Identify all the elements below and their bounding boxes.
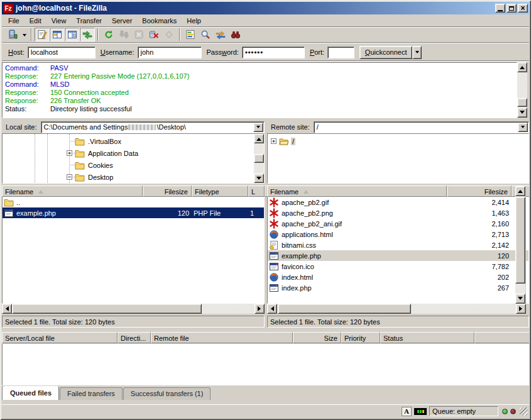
column-header-remote-file[interactable]: Remote file xyxy=(151,332,293,343)
site-manager-button[interactable] xyxy=(5,28,20,41)
local-site-dropdown-button[interactable] xyxy=(253,123,263,132)
tree-item-application-data[interactable]: +Application Data xyxy=(67,147,140,159)
file-row-[interactable]: .. xyxy=(3,197,264,207)
file-row-index-html[interactable]: index.html202 xyxy=(268,272,528,282)
file-row-example-php[interactable]: example.php120 xyxy=(268,250,528,261)
menu-help[interactable]: Help xyxy=(182,15,206,26)
message-log[interactable]: Command:PASVResponse:227 Entering Passiv… xyxy=(2,62,517,118)
tab-successful-transfers-1[interactable]: Successful transfers (1) xyxy=(123,387,211,400)
scroll-up-button[interactable] xyxy=(254,134,264,143)
quickconnect-dropdown-button[interactable] xyxy=(412,46,422,59)
tree-item-virtualbox[interactable]: .VirtualBox xyxy=(67,135,123,147)
scroll-down-button[interactable] xyxy=(517,108,527,118)
password-input[interactable]: •••••• xyxy=(242,47,305,58)
scrollbar-thumb[interactable] xyxy=(254,154,264,163)
scroll-left-button[interactable] xyxy=(267,304,277,314)
scrollbar-thumb[interactable] xyxy=(12,304,202,314)
column-header-server-local-file[interactable]: Server/Local file xyxy=(2,332,118,343)
local-tree-scrollbar[interactable] xyxy=(254,134,264,183)
scroll-right-button[interactable] xyxy=(516,304,526,314)
maximize-button[interactable] xyxy=(506,4,517,13)
tab-queued-files[interactable]: Queued files xyxy=(3,386,59,400)
scroll-left-button[interactable] xyxy=(2,304,12,314)
column-header-filetype[interactable]: Filetype xyxy=(192,185,248,197)
tab-failed-transfers[interactable]: Failed transfers xyxy=(60,387,123,400)
local-site-combobox[interactable]: C:\Documents and Settings\Desktop\ xyxy=(41,121,265,133)
local-file-list[interactable]: ..example.php120PHP File1 xyxy=(2,197,265,304)
menu-bookmarks[interactable]: Bookmarks xyxy=(137,15,182,26)
collapse-icon[interactable]: − xyxy=(67,174,72,180)
tree-item-cookies[interactable]: Cookies xyxy=(67,159,114,171)
file-row-apache-pb2-png[interactable]: apache_pb2.png1,463 xyxy=(268,207,528,218)
column-header-filesize[interactable]: Filesize xyxy=(143,185,192,197)
column-header-priority[interactable]: Priority xyxy=(341,332,380,343)
menu-file[interactable]: File xyxy=(3,15,25,26)
remote-file-list[interactable]: apache_pb2.gif2,414apache_pb2.png1,463ap… xyxy=(267,197,529,304)
tree-item-root[interactable]: +/ xyxy=(271,135,295,147)
transfer-queue-list[interactable] xyxy=(2,344,529,385)
expand-icon[interactable]: + xyxy=(67,150,72,156)
expand-icon[interactable]: + xyxy=(271,138,276,144)
tree-item-desktop[interactable]: −Desktop xyxy=(67,171,114,183)
find-files-button[interactable] xyxy=(228,28,243,41)
scrollbar-thumb[interactable] xyxy=(278,304,411,314)
column-header-filesize[interactable]: Filesize xyxy=(447,185,512,197)
title-bar[interactable]: Fz john@localhost - FileZilla × xyxy=(2,2,529,14)
remote-directory-tree[interactable]: +/ xyxy=(267,133,529,184)
file-row-apache-pb2-gif[interactable]: apache_pb2.gif2,414 xyxy=(268,197,528,207)
filter-button[interactable] xyxy=(183,28,198,41)
scrollbar-thumb[interactable] xyxy=(517,98,527,107)
quickconnect-button[interactable]: Quickconnect xyxy=(359,46,412,59)
scroll-down-button[interactable] xyxy=(254,174,264,183)
toggle-transfer-queue-button[interactable] xyxy=(80,28,95,41)
scrollbar-thumb[interactable] xyxy=(515,197,525,284)
scroll-up-button[interactable] xyxy=(517,62,527,72)
column-header-size[interactable]: Size xyxy=(293,332,341,343)
column-header-label: Filename xyxy=(5,188,33,196)
synchronized-browsing-button[interactable] xyxy=(213,28,228,41)
log-scrollbar[interactable] xyxy=(517,62,528,118)
file-row-index-php[interactable]: index.php267 xyxy=(268,282,528,293)
refresh-button[interactable] xyxy=(101,28,116,41)
speed-limits-icon[interactable] xyxy=(414,408,427,415)
file-row-favicon-ico[interactable]: favicon.ico7,782 xyxy=(268,261,528,272)
resize-grip[interactable] xyxy=(520,407,528,416)
remote-site-combobox[interactable]: / xyxy=(314,121,529,133)
remote-site-dropdown-button[interactable] xyxy=(518,123,528,132)
close-button[interactable]: × xyxy=(518,4,528,13)
directory-comparison-button[interactable] xyxy=(198,28,213,41)
file-row-applications-html[interactable]: applications.html2,713 xyxy=(268,229,528,240)
host-input[interactable]: localhost xyxy=(28,47,96,58)
column-header-label: Priority xyxy=(344,334,366,342)
scroll-down-button[interactable] xyxy=(515,294,525,304)
toggle-remote-tree-button[interactable] xyxy=(65,28,80,41)
disconnect-button[interactable] xyxy=(146,28,161,41)
file-row-example-php[interactable]: example.php120PHP File1 xyxy=(3,207,264,218)
minimize-button[interactable] xyxy=(495,4,505,13)
column-header-status[interactable]: Status xyxy=(380,332,474,343)
column-header-directi[interactable]: Directi... xyxy=(118,332,151,343)
site-manager-dropdown-button[interactable] xyxy=(20,28,28,41)
menu-view[interactable]: View xyxy=(47,15,72,26)
column-header-l[interactable]: L xyxy=(248,185,265,197)
toggle-message-log-button[interactable] xyxy=(35,28,50,41)
port-input[interactable] xyxy=(327,47,354,58)
column-header-filename[interactable]: Filename xyxy=(2,185,143,197)
local-list-hscrollbar[interactable] xyxy=(2,304,265,314)
scroll-up-button[interactable] xyxy=(515,186,525,196)
menu-transfer[interactable]: Transfer xyxy=(71,15,107,26)
toggle-remote-tree-icon xyxy=(67,30,77,40)
file-row-bitnami-css[interactable]: bitnami.css2,142 xyxy=(268,240,528,250)
file-name-cell: apache_pb2.png xyxy=(268,207,447,218)
menu-server[interactable]: Server xyxy=(107,15,137,26)
menu-edit[interactable]: Edit xyxy=(25,15,47,26)
scroll-right-button[interactable] xyxy=(255,304,265,314)
toggle-local-tree-button[interactable] xyxy=(50,28,65,41)
remote-list-hscrollbar[interactable] xyxy=(267,304,526,314)
local-directory-tree[interactable]: .VirtualBox+Application DataCookies−Desk… xyxy=(2,133,265,184)
file-row-apache-pb2-ani-gif[interactable]: apache_pb2_ani.gif2,160 xyxy=(268,218,528,229)
remote-list-scrollbar[interactable] xyxy=(515,186,526,304)
column-header-filename[interactable]: Filename xyxy=(267,185,447,197)
site-manager-icon xyxy=(8,30,18,40)
username-input[interactable]: john xyxy=(138,47,202,58)
